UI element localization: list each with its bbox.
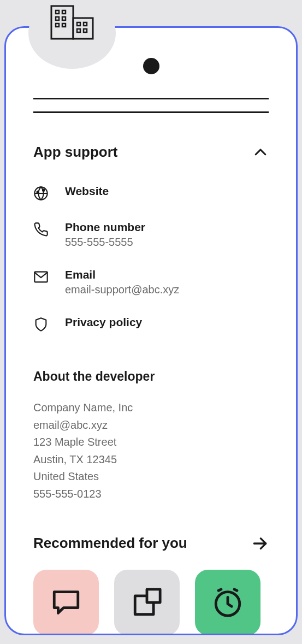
arrow-right-icon bbox=[251, 535, 269, 552]
copy-icon bbox=[131, 587, 163, 618]
globe-icon bbox=[33, 186, 49, 201]
about-title: About the developer bbox=[33, 369, 269, 384]
phone-icon bbox=[33, 222, 49, 237]
support-label: Email bbox=[65, 268, 179, 281]
about-line: United States bbox=[33, 468, 269, 486]
clock-icon bbox=[212, 587, 244, 618]
about-line: 123 Maple Street bbox=[33, 434, 269, 451]
svg-rect-3 bbox=[56, 17, 59, 20]
recommended-app-3[interactable] bbox=[195, 570, 260, 635]
device-frame: App support Website Phone number bbox=[4, 26, 298, 635]
svg-rect-18 bbox=[147, 589, 160, 602]
svg-rect-6 bbox=[62, 23, 66, 27]
support-label: Privacy policy bbox=[65, 316, 142, 329]
svg-rect-5 bbox=[56, 23, 59, 27]
svg-line-21 bbox=[234, 589, 237, 590]
support-item-phone[interactable]: Phone number 555-555-5555 bbox=[33, 221, 269, 249]
placeholder-lines bbox=[33, 98, 269, 113]
support-value: 555-555-5555 bbox=[65, 236, 145, 249]
recommended-section: Recommended for you bbox=[33, 535, 269, 635]
app-support-title: App support bbox=[33, 144, 118, 161]
svg-rect-2 bbox=[62, 10, 66, 14]
chevron-up-icon bbox=[252, 144, 269, 161]
support-item-email[interactable]: Email email-support@abc.xyz bbox=[33, 268, 269, 296]
mail-icon bbox=[33, 269, 49, 285]
svg-line-20 bbox=[218, 589, 221, 590]
recommended-header[interactable]: Recommended for you bbox=[33, 535, 269, 552]
about-line: Company Name, Inc bbox=[33, 399, 269, 417]
about-line: Austin, TX 12345 bbox=[33, 451, 269, 469]
shield-icon bbox=[33, 317, 49, 332]
developer-logo bbox=[28, 0, 116, 69]
about-line: 555-555-0123 bbox=[33, 486, 269, 503]
svg-point-14 bbox=[37, 191, 39, 193]
app-support-header[interactable]: App support bbox=[33, 144, 269, 161]
recommended-app-1[interactable] bbox=[33, 570, 99, 635]
svg-rect-4 bbox=[62, 17, 66, 20]
support-label: Website bbox=[65, 185, 109, 198]
recommended-title: Recommended for you bbox=[33, 535, 187, 552]
svg-point-13 bbox=[43, 189, 45, 191]
support-value: email-support@abc.xyz bbox=[65, 283, 179, 296]
support-label: Phone number bbox=[65, 221, 145, 234]
recommended-app-2[interactable] bbox=[114, 570, 180, 635]
content-area: App support Website Phone number bbox=[6, 28, 296, 634]
camera-dot bbox=[143, 58, 159, 74]
support-item-privacy[interactable]: Privacy policy bbox=[33, 316, 269, 332]
about-developer-section: About the developer Company Name, Inc em… bbox=[33, 369, 269, 503]
support-item-website[interactable]: Website bbox=[33, 185, 269, 201]
about-line: email@abc.xyz bbox=[33, 417, 269, 434]
chat-icon bbox=[50, 587, 82, 618]
svg-rect-1 bbox=[56, 10, 59, 14]
